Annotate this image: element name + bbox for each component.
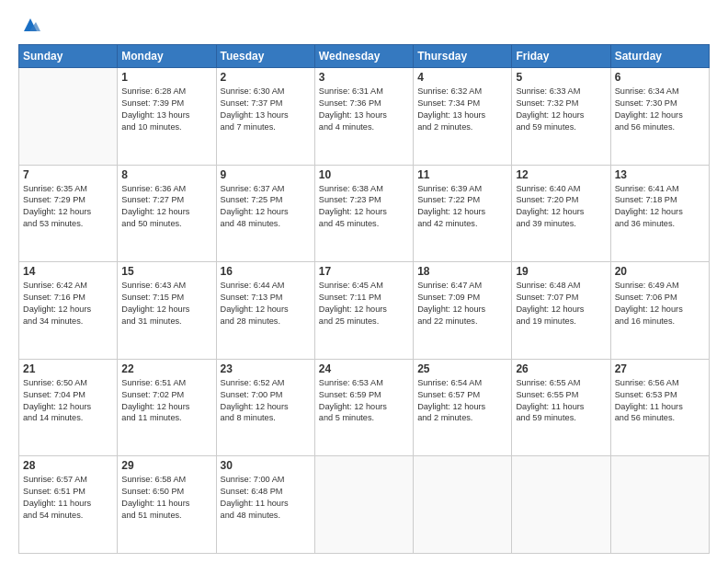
calendar-cell: 30Sunrise: 7:00 AMSunset: 6:48 PMDayligh… bbox=[216, 456, 314, 554]
calendar-cell: 3Sunrise: 6:31 AMSunset: 7:36 PMDaylight… bbox=[314, 68, 413, 166]
cell-line: Daylight: 13 hours bbox=[319, 109, 409, 121]
cell-line: Daylight: 12 hours bbox=[516, 109, 606, 121]
calendar-cell: 10Sunrise: 6:38 AMSunset: 7:23 PMDayligh… bbox=[314, 165, 413, 262]
cell-line: Sunset: 7:20 PM bbox=[516, 194, 606, 206]
cell-line: Daylight: 12 hours bbox=[121, 401, 211, 413]
day-number: 4 bbox=[417, 71, 507, 84]
cell-line: and 28 minutes. bbox=[221, 316, 311, 327]
calendar-cell: 7Sunrise: 6:35 AMSunset: 7:29 PMDaylight… bbox=[19, 165, 118, 262]
cell-line: Sunset: 7:04 PM bbox=[23, 389, 113, 401]
calendar-cell: 15Sunrise: 6:43 AMSunset: 7:15 PMDayligh… bbox=[118, 262, 216, 360]
day-number: 20 bbox=[615, 265, 705, 278]
cell-line: Sunset: 6:51 PM bbox=[23, 486, 113, 498]
calendar-cell: 25Sunrise: 6:54 AMSunset: 6:57 PMDayligh… bbox=[414, 359, 512, 456]
cell-line: and 19 minutes. bbox=[516, 316, 606, 327]
cell-line: Sunset: 7:11 PM bbox=[319, 292, 409, 304]
cell-line: Sunset: 7:34 PM bbox=[417, 98, 507, 109]
cell-line: Sunrise: 6:53 AM bbox=[319, 377, 409, 389]
cell-line: Sunset: 7:13 PM bbox=[221, 292, 311, 304]
cell-line: Sunset: 7:36 PM bbox=[319, 98, 409, 109]
cell-line: Sunrise: 6:41 AM bbox=[615, 183, 705, 195]
cell-line: Daylight: 12 hours bbox=[221, 401, 311, 413]
calendar-week-1: 7Sunrise: 6:35 AMSunset: 7:29 PMDaylight… bbox=[19, 165, 710, 262]
cell-line: Sunset: 7:25 PM bbox=[221, 194, 311, 206]
cell-line: Sunrise: 6:37 AM bbox=[221, 183, 311, 195]
calendar-cell: 13Sunrise: 6:41 AMSunset: 7:18 PMDayligh… bbox=[610, 165, 709, 262]
calendar-week-4: 28Sunrise: 6:57 AMSunset: 6:51 PMDayligh… bbox=[19, 456, 710, 554]
calendar-cell: 26Sunrise: 6:55 AMSunset: 6:55 PMDayligh… bbox=[512, 359, 610, 456]
cell-line: and 51 minutes. bbox=[121, 510, 211, 522]
cell-line: Daylight: 12 hours bbox=[121, 304, 211, 316]
cell-line: Daylight: 12 hours bbox=[615, 304, 705, 316]
calendar-cell: 24Sunrise: 6:53 AMSunset: 6:59 PMDayligh… bbox=[314, 359, 413, 456]
day-number: 3 bbox=[319, 71, 409, 84]
day-number: 2 bbox=[221, 71, 311, 84]
cell-line: and 16 minutes. bbox=[615, 316, 705, 327]
calendar-cell: 14Sunrise: 6:42 AMSunset: 7:16 PMDayligh… bbox=[19, 262, 118, 360]
cell-line: and 10 minutes. bbox=[121, 121, 211, 133]
day-number: 25 bbox=[417, 362, 507, 375]
cell-line: and 53 minutes. bbox=[23, 218, 113, 230]
calendar-cell: 19Sunrise: 6:48 AMSunset: 7:07 PMDayligh… bbox=[512, 262, 610, 360]
calendar-cell: 6Sunrise: 6:34 AMSunset: 7:30 PMDaylight… bbox=[610, 68, 709, 166]
cell-line: and 45 minutes. bbox=[319, 218, 409, 230]
calendar-cell: 12Sunrise: 6:40 AMSunset: 7:20 PMDayligh… bbox=[512, 165, 610, 262]
cell-line: Sunset: 7:23 PM bbox=[319, 194, 409, 206]
cell-line: and 2 minutes. bbox=[417, 412, 507, 424]
cell-line: Daylight: 12 hours bbox=[319, 401, 409, 413]
cell-line: Daylight: 13 hours bbox=[417, 109, 507, 121]
day-number: 29 bbox=[121, 459, 211, 472]
cell-line: Sunrise: 6:32 AM bbox=[417, 86, 507, 98]
cell-line: Daylight: 11 hours bbox=[516, 401, 606, 413]
calendar-cell bbox=[314, 456, 413, 554]
cell-line: Sunset: 7:07 PM bbox=[516, 292, 606, 304]
cell-line: Sunrise: 6:55 AM bbox=[516, 377, 606, 389]
col-header-wednesday: Wednesday bbox=[314, 45, 413, 68]
cell-line: Sunset: 6:55 PM bbox=[516, 389, 606, 401]
cell-line: Daylight: 12 hours bbox=[417, 401, 507, 413]
day-number: 27 bbox=[615, 362, 705, 375]
day-number: 16 bbox=[221, 265, 311, 278]
cell-line: Daylight: 12 hours bbox=[615, 109, 705, 121]
cell-line: Sunrise: 6:54 AM bbox=[417, 377, 507, 389]
cell-line: and 59 minutes. bbox=[516, 412, 606, 424]
cell-line: and 22 minutes. bbox=[417, 316, 507, 327]
cell-line: Daylight: 12 hours bbox=[23, 304, 113, 316]
cell-line: Daylight: 12 hours bbox=[319, 304, 409, 316]
day-number: 19 bbox=[516, 265, 606, 278]
cell-line: and 39 minutes. bbox=[516, 218, 606, 230]
cell-line: Sunrise: 6:50 AM bbox=[23, 377, 113, 389]
cell-line: Sunrise: 6:56 AM bbox=[615, 377, 705, 389]
day-number: 18 bbox=[417, 265, 507, 278]
cell-line: and 50 minutes. bbox=[121, 218, 211, 230]
day-number: 24 bbox=[319, 362, 409, 375]
cell-line: Sunrise: 6:42 AM bbox=[23, 280, 113, 292]
cell-line: Daylight: 12 hours bbox=[615, 206, 705, 218]
cell-line: Sunrise: 6:33 AM bbox=[516, 86, 606, 98]
day-number: 1 bbox=[121, 71, 211, 84]
cell-line: Sunrise: 6:28 AM bbox=[121, 86, 211, 98]
calendar-cell: 22Sunrise: 6:51 AMSunset: 7:02 PMDayligh… bbox=[118, 359, 216, 456]
calendar-week-2: 14Sunrise: 6:42 AMSunset: 7:16 PMDayligh… bbox=[19, 262, 710, 360]
cell-line: Sunset: 7:02 PM bbox=[121, 389, 211, 401]
cell-line: Sunset: 7:06 PM bbox=[615, 292, 705, 304]
day-number: 13 bbox=[615, 168, 705, 181]
cell-line: Sunrise: 6:57 AM bbox=[23, 474, 113, 486]
cell-line: and 56 minutes. bbox=[615, 412, 705, 424]
col-header-thursday: Thursday bbox=[414, 45, 512, 68]
calendar-cell: 1Sunrise: 6:28 AMSunset: 7:39 PMDaylight… bbox=[118, 68, 216, 166]
calendar-cell: 2Sunrise: 6:30 AMSunset: 7:37 PMDaylight… bbox=[216, 68, 314, 166]
cell-line: and 14 minutes. bbox=[23, 412, 113, 424]
calendar-cell bbox=[512, 456, 610, 554]
calendar-week-0: 1Sunrise: 6:28 AMSunset: 7:39 PMDaylight… bbox=[19, 68, 710, 166]
cell-line: Sunrise: 6:30 AM bbox=[221, 86, 311, 98]
day-number: 12 bbox=[516, 168, 606, 181]
cell-line: Daylight: 12 hours bbox=[319, 206, 409, 218]
calendar-cell: 11Sunrise: 6:39 AMSunset: 7:22 PMDayligh… bbox=[414, 165, 512, 262]
cell-line: Sunrise: 6:39 AM bbox=[417, 183, 507, 195]
cell-line: Daylight: 12 hours bbox=[417, 206, 507, 218]
calendar-cell: 20Sunrise: 6:49 AMSunset: 7:06 PMDayligh… bbox=[610, 262, 709, 360]
day-number: 30 bbox=[221, 459, 311, 472]
cell-line: Sunrise: 6:51 AM bbox=[121, 377, 211, 389]
calendar-cell bbox=[19, 68, 118, 166]
